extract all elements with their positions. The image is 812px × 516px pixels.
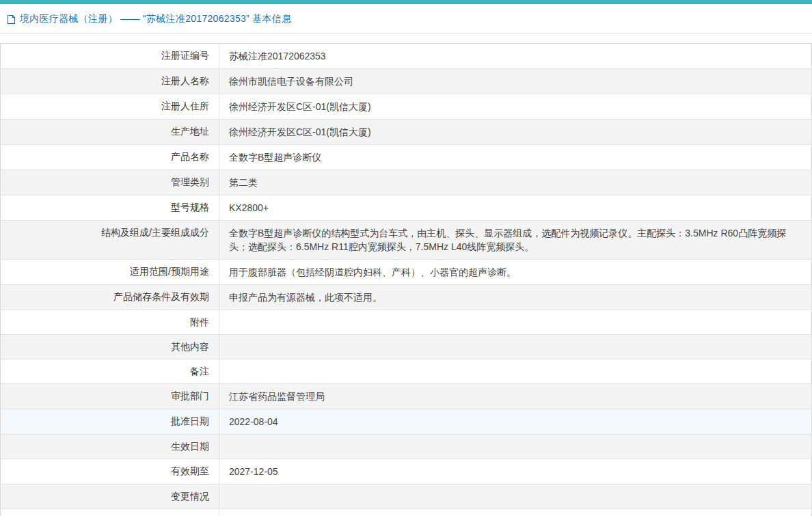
row-label: 适用范围/预期用途 xyxy=(1,260,219,284)
row-label: 产品储存条件及有效期 xyxy=(1,285,219,310)
row-value: 2022-08-04 xyxy=(219,409,811,434)
table-row: 其他内容 xyxy=(1,335,811,359)
row-value: 徐州经济开发区C区-01(凯信大厦) xyxy=(219,94,811,119)
table-row: 审批部门 江苏省药品监督管理局 xyxy=(1,384,811,409)
page-title: 境内医疗器械（注册） —— “苏械注准20172062353” 基本信息 xyxy=(20,13,291,25)
row-value: 详情 xyxy=(219,509,811,516)
row-label: 生产地址 xyxy=(1,120,219,144)
table-row: 注册证编号 苏械注准20172062353 xyxy=(1,44,811,69)
row-label: 其他内容 xyxy=(1,335,219,359)
row-value: 2027-12-05 xyxy=(219,459,811,484)
row-label: 生效日期 xyxy=(1,435,219,459)
row-label: 审批部门 xyxy=(1,384,219,409)
row-value: 全数字B型超声诊断仪 xyxy=(219,145,811,169)
row-label: 型号规格 xyxy=(1,195,219,220)
table-row: 生效日期 xyxy=(1,435,811,459)
registration-info-table: 注册证编号 苏械注准20172062353 注册人名称 徐州市凯信电子设备有限公… xyxy=(0,43,812,516)
row-label: 结构及组成/主要组成成分 xyxy=(1,221,219,259)
table-row: 型号规格 KX2800+ xyxy=(1,195,811,221)
row-label: 注册证编号 xyxy=(1,44,219,68)
page-header: 境内医疗器械（注册） —— “苏械注准20172062353” 基本信息 xyxy=(0,4,812,33)
table-row: 结构及组成/主要组成成分 全数字B型超声诊断仪的结构型式为台车式，由主机、探头、… xyxy=(1,221,811,260)
row-value: 江苏省药品监督管理局 xyxy=(219,384,811,409)
table-row: 产品名称 全数字B型超声诊断仪 xyxy=(1,145,811,170)
row-label: 有效期至 xyxy=(1,459,219,484)
row-value: 用于腹部脏器（包括经阴道腔内妇科、产科）、小器官的超声诊断。 xyxy=(219,260,811,284)
table-row-note: 注 详情 xyxy=(1,509,811,516)
row-value: KX2800+ xyxy=(219,195,811,220)
row-value xyxy=(219,435,811,459)
row-value: 申报产品为有源器械，此项不适用。 xyxy=(219,285,811,310)
row-label: 注 xyxy=(1,509,219,516)
row-label: 变更情况 xyxy=(1,485,219,508)
page: 境内医疗器械（注册） —— “苏械注准20172062353” 基本信息 注册证… xyxy=(0,0,812,516)
table-row: 备注 xyxy=(1,359,811,384)
table-row: 附件 xyxy=(1,310,811,335)
table-row: 变更情况 xyxy=(1,485,811,509)
row-label: 批准日期 xyxy=(1,409,219,434)
row-label: 产品名称 xyxy=(1,145,219,169)
table-row: 产品储存条件及有效期 申报产品为有源器械，此项不适用。 xyxy=(1,285,811,310)
table-row: 注册人住所 徐州经济开发区C区-01(凯信大厦) xyxy=(1,94,811,120)
table-row: 有效期至 2027-12-05 xyxy=(1,459,811,485)
row-label: 附件 xyxy=(1,310,219,334)
table-row: 管理类别 第二类 xyxy=(1,170,811,195)
table-row-approval-date: 批准日期 2022-08-04 xyxy=(1,409,811,435)
row-value: 徐州市凯信电子设备有限公司 xyxy=(219,69,811,94)
row-value: 全数字B型超声诊断仪的结构型式为台车式，由主机、探头、显示器组成，选配件为视频记… xyxy=(219,221,811,259)
row-label: 注册人住所 xyxy=(1,94,219,119)
row-value: 徐州经济开发区C区-01(凯信大厦) xyxy=(219,120,811,144)
table-row: 生产地址 徐州经济开发区C区-01(凯信大厦) xyxy=(1,120,811,145)
row-label: 注册人名称 xyxy=(1,69,219,94)
row-value xyxy=(219,359,811,383)
table-row: 适用范围/预期用途 用于腹部脏器（包括经阴道腔内妇科、产科）、小器官的超声诊断。 xyxy=(1,260,811,285)
row-value: 苏械注准20172062353 xyxy=(219,44,811,68)
row-value xyxy=(219,310,811,334)
row-value: 第二类 xyxy=(219,170,811,195)
row-label: 管理类别 xyxy=(1,170,219,195)
row-label: 备注 xyxy=(1,359,219,383)
row-value xyxy=(219,485,811,508)
row-value xyxy=(219,335,811,359)
table-row: 注册人名称 徐州市凯信电子设备有限公司 xyxy=(1,69,811,94)
document-icon xyxy=(7,14,16,25)
